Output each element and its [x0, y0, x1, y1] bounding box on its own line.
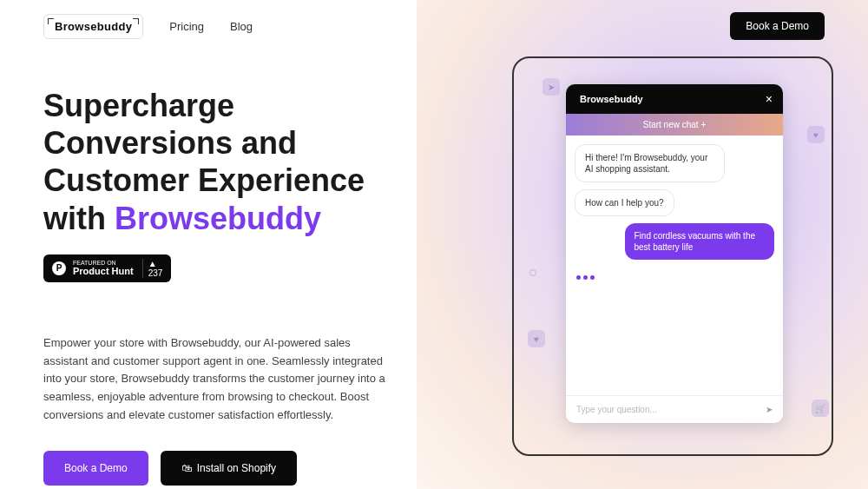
start-new-chat-button[interactable]: Start new chat +: [566, 114, 783, 135]
chat-brand: Browsebuddy: [576, 94, 647, 104]
bot-message: How can I help you?: [575, 189, 674, 216]
bot-message: Hi there! I'm Browsebuddy, your AI shopp…: [575, 144, 725, 182]
install-shopify-button[interactable]: 🛍 Install on Shopify: [161, 451, 297, 486]
chat-header: Browsebuddy ×: [566, 84, 783, 114]
chat-input-bar: Type your question... ➤: [566, 395, 783, 423]
shopify-icon: 🛍: [181, 462, 192, 474]
nav-blog[interactable]: Blog: [230, 20, 253, 33]
ph-name: Product Hunt: [73, 266, 134, 276]
chat-body: Hi there! I'm Browsebuddy, your AI shopp…: [566, 135, 783, 405]
ph-featured-label: FEATURED ON: [73, 260, 134, 266]
send-icon[interactable]: ➤: [766, 405, 773, 414]
hero-description: Empower your store with Browsebuddy, our…: [43, 334, 391, 425]
demo-frame: Browsebuddy × Start new chat + Hi there!…: [512, 56, 833, 456]
hero-content: Supercharge Conversions and Customer Exp…: [0, 52, 434, 486]
chat-widget: Browsebuddy × Start new chat + Hi there!…: [566, 84, 783, 423]
chat-input[interactable]: Type your question...: [576, 405, 657, 414]
close-icon[interactable]: ×: [766, 92, 773, 106]
product-hunt-badge[interactable]: P FEATURED ON Product Hunt ▲237: [43, 254, 171, 282]
nav-pricing[interactable]: Pricing: [169, 20, 204, 33]
product-hunt-icon: P: [52, 261, 66, 275]
ph-upvote-count: ▲237: [142, 259, 163, 278]
cta-row: Book a Demo 🛍 Install on Shopify: [43, 451, 391, 486]
book-demo-header-button[interactable]: Book a Demo: [730, 12, 825, 40]
logo[interactable]: Browsebuddy: [43, 14, 143, 39]
user-message: Find cordless vacuums with the best batt…: [625, 223, 775, 260]
header: Browsebuddy Pricing Blog Book a Demo: [0, 0, 868, 52]
typing-indicator: [575, 270, 774, 285]
hero-title: Supercharge Conversions and Customer Exp…: [43, 87, 391, 237]
book-demo-button[interactable]: Book a Demo: [43, 451, 148, 486]
